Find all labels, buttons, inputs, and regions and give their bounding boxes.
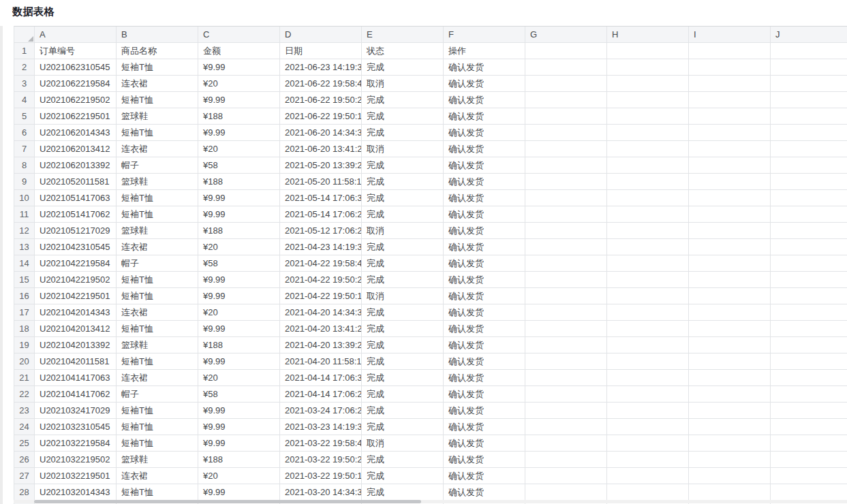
cell[interactable] [771,206,847,223]
cell[interactable] [525,304,607,321]
cell[interactable]: 2021-03-23 14:19:3 [280,419,362,435]
cell[interactable]: 取消 [362,435,444,452]
cell[interactable] [771,174,847,190]
cell[interactable]: 2021-06-22 19:50:2 [280,92,362,108]
cell[interactable]: ¥58 [198,386,280,403]
row-number[interactable]: 28 [14,484,35,501]
cell[interactable]: 确认发货 [444,452,525,468]
cell[interactable]: 完成 [362,190,444,206]
row-number[interactable]: 16 [14,288,35,304]
cell[interactable]: 连衣裙 [117,370,198,386]
cell[interactable]: 2021-04-22 19:50:2 [280,272,362,288]
cell[interactable] [689,239,771,255]
row-number[interactable]: 8 [14,157,35,174]
cell[interactable] [525,190,607,206]
cell[interactable]: ¥9.99 [198,288,280,304]
cell[interactable] [689,304,771,321]
cell[interactable] [689,125,771,141]
cell[interactable] [771,223,847,239]
cell[interactable] [525,370,607,386]
cell[interactable]: 取消 [362,288,444,304]
cell[interactable]: 短袖T恤 [117,125,198,141]
row-number[interactable]: 4 [14,92,35,108]
cell[interactable] [771,468,847,484]
cell[interactable]: 短袖T恤 [117,353,198,370]
cell[interactable]: 完成 [362,337,444,353]
row-number[interactable]: 24 [14,419,35,435]
cell[interactable]: 取消 [362,76,444,92]
cell[interactable] [689,288,771,304]
cell[interactable]: 短袖T恤 [117,321,198,337]
cell[interactable]: 2021-05-20 13:39:2 [280,157,362,174]
row-number[interactable]: 21 [14,370,35,386]
cell[interactable] [689,92,771,108]
cell[interactable]: 确认发货 [444,206,525,223]
cell[interactable]: ¥188 [198,337,280,353]
cell[interactable] [771,403,847,419]
cell[interactable]: 2021-06-20 14:34:3 [280,125,362,141]
cell[interactable]: 短袖T恤 [117,484,198,501]
cell[interactable]: U2021042219501 [35,288,117,304]
cell[interactable]: 完成 [362,484,444,501]
cell[interactable] [689,370,771,386]
cell[interactable] [607,157,689,174]
cell[interactable]: 确认发货 [444,272,525,288]
cell[interactable]: U2021062310545 [35,59,117,76]
row-number[interactable]: 5 [14,108,35,125]
cell[interactable]: U2021032417029 [35,403,117,419]
cell[interactable] [771,255,847,272]
cell[interactable]: 完成 [362,419,444,435]
cell[interactable] [525,452,607,468]
cell[interactable]: 完成 [362,452,444,468]
cell[interactable] [771,108,847,125]
cell[interactable]: 帽子 [117,157,198,174]
cell[interactable]: 完成 [362,255,444,272]
cell[interactable]: 完成 [362,321,444,337]
cell[interactable]: 确认发货 [444,419,525,435]
cell[interactable]: 2021-06-22 19:58:4 [280,76,362,92]
cell[interactable] [525,484,607,501]
column-header-D[interactable]: D [280,27,362,43]
cell[interactable] [689,76,771,92]
column-header-J[interactable]: J [771,27,847,43]
cell[interactable] [689,353,771,370]
cell[interactable]: 确认发货 [444,125,525,141]
cell[interactable] [689,435,771,452]
cell[interactable] [607,452,689,468]
cell[interactable]: U2021051417062 [35,206,117,223]
cell[interactable] [525,43,607,59]
cell[interactable] [525,468,607,484]
cell[interactable]: ¥20 [198,239,280,255]
cell[interactable]: 2021-04-14 17:06:2 [280,386,362,403]
cell[interactable] [607,255,689,272]
row-number[interactable]: 26 [14,452,35,468]
cell[interactable]: 完成 [362,403,444,419]
cell[interactable]: 2021-05-14 17:06:3 [280,190,362,206]
cell[interactable]: 确认发货 [444,337,525,353]
cell[interactable]: 确认发货 [444,386,525,403]
select-all-corner[interactable] [14,27,35,43]
cell[interactable] [607,337,689,353]
cell[interactable] [689,468,771,484]
cell[interactable]: 日期 [280,43,362,59]
cell[interactable]: 确认发货 [444,304,525,321]
cell[interactable]: U2021042310545 [35,239,117,255]
cell[interactable]: 2021-04-22 19:58:4 [280,255,362,272]
cell[interactable] [689,321,771,337]
cell[interactable]: 取消 [362,141,444,157]
cell[interactable]: ¥188 [198,108,280,125]
cell[interactable] [689,59,771,76]
cell[interactable]: 确认发货 [444,108,525,125]
cell[interactable]: 短袖T恤 [117,92,198,108]
cell[interactable]: 2021-04-23 14:19:3 [280,239,362,255]
row-number[interactable]: 15 [14,272,35,288]
cell[interactable] [607,92,689,108]
cell[interactable] [607,386,689,403]
cell[interactable]: 连衣裙 [117,141,198,157]
cell[interactable]: ¥20 [198,370,280,386]
row-number[interactable]: 2 [14,59,35,76]
cell[interactable] [771,386,847,403]
cell[interactable] [771,353,847,370]
row-number[interactable]: 6 [14,125,35,141]
horizontal-scrollbar-thumb[interactable] [34,500,421,503]
